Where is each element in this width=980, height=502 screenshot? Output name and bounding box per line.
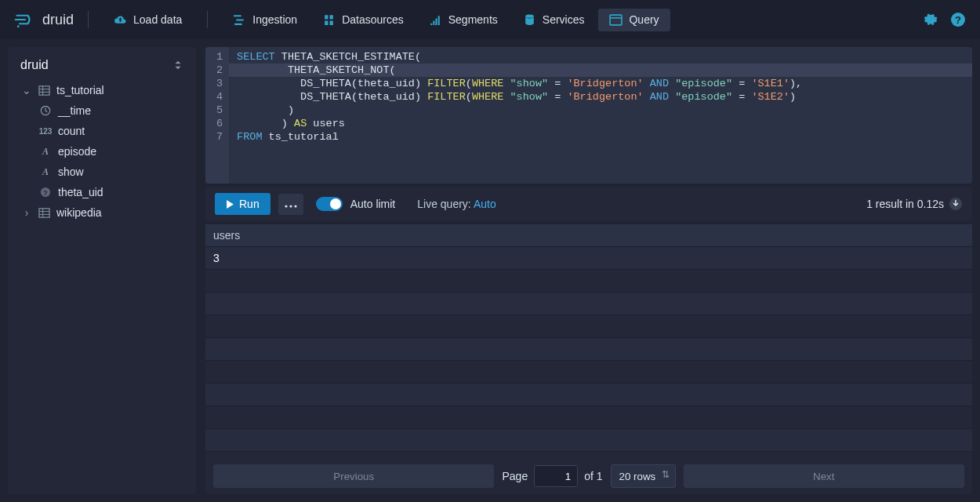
application-icon	[609, 13, 622, 27]
table-cell: 3	[205, 252, 227, 264]
auto-limit-label: Auto limit	[350, 198, 396, 210]
results-panel: users3 Previous Page of 1 20 rows Next	[205, 224, 972, 494]
database-icon	[523, 13, 536, 27]
column-label: episode	[58, 145, 96, 158]
tree-label: wikipedia	[56, 206, 102, 219]
svg-point-2	[525, 14, 534, 17]
table-icon	[38, 207, 50, 219]
pager: Previous Page of 1 20 rows Next	[205, 458, 972, 494]
column-label: count	[58, 125, 85, 137]
svg-text:?: ?	[43, 189, 47, 197]
clock-icon	[39, 105, 52, 116]
logo[interactable]: druid	[14, 9, 74, 31]
nav-query[interactable]: Query	[598, 9, 670, 31]
help-icon[interactable]: ?	[950, 12, 966, 27]
nav-label: Query	[629, 13, 659, 26]
tree-column[interactable]: __time	[33, 100, 191, 121]
previous-button[interactable]: Previous	[213, 464, 494, 488]
svg-rect-3	[611, 15, 622, 25]
nav-ingestion[interactable]: Ingestion	[222, 9, 308, 31]
live-query-value[interactable]: Auto	[474, 198, 496, 210]
tree-label: ts_tutorial	[56, 84, 104, 96]
empty-row	[205, 338, 972, 361]
download-icon[interactable]	[949, 197, 963, 211]
svg-rect-14	[38, 208, 49, 216]
cloud-upload-icon	[114, 13, 127, 27]
sort-icon[interactable]	[172, 60, 183, 71]
rows-select[interactable]: 20 rows	[611, 464, 676, 488]
more-icon	[285, 205, 297, 208]
svg-rect-7	[38, 85, 49, 94]
more-button[interactable]	[278, 194, 303, 215]
empty-row	[205, 429, 972, 452]
druid-logo-icon	[14, 9, 36, 31]
page-of: of 1	[584, 470, 602, 482]
nav-load-data[interactable]: Load data	[103, 9, 193, 31]
multi-db-icon	[322, 13, 336, 27]
nav-label: Services	[543, 13, 585, 26]
svg-point-1	[17, 25, 20, 27]
column-label: theta_uid	[58, 186, 103, 198]
next-button[interactable]: Next	[684, 464, 964, 488]
alpha-icon: A	[39, 146, 52, 158]
nav-label: Datasources	[342, 13, 404, 26]
nav-label: Load data	[133, 13, 182, 26]
logo-text: druid	[42, 12, 74, 28]
stacked-chart-icon	[429, 13, 442, 27]
empty-row	[205, 384, 972, 406]
schema-tree: ⌄ts_tutorial__time123countAepisodeAshow?…	[13, 80, 191, 223]
tree-column[interactable]: Ashow	[33, 162, 191, 182]
play-icon	[226, 200, 234, 209]
unknown-icon: ?	[39, 187, 52, 198]
run-label: Run	[239, 198, 260, 210]
empty-row	[205, 270, 972, 293]
nav-datasources[interactable]: Datasources	[311, 9, 415, 31]
tree-node[interactable]: ›wikipedia	[16, 202, 191, 223]
svg-text:?: ?	[955, 14, 961, 26]
table-icon	[38, 85, 50, 96]
schema-sidebar: druid ⌄ts_tutorial__time123countAepisode…	[8, 47, 196, 494]
table-row[interactable]: 3	[205, 247, 972, 270]
page-label: Page	[502, 470, 528, 482]
empty-row	[205, 406, 972, 429]
num-icon: 123	[39, 127, 52, 136]
nav-services[interactable]: Services	[512, 9, 596, 31]
sidebar-title: druid	[20, 58, 49, 72]
gear-icon[interactable]	[922, 12, 938, 27]
nav-label: Ingestion	[252, 13, 297, 26]
column-label: __time	[58, 104, 91, 117]
results-table: users3	[205, 224, 972, 458]
empty-row	[205, 361, 972, 384]
live-query-label: Live query: Auto	[417, 198, 495, 210]
nav-segments[interactable]: Segments	[418, 9, 509, 31]
alpha-icon: A	[39, 166, 52, 178]
tree-column[interactable]: 123count	[33, 121, 191, 141]
run-button[interactable]: Run	[215, 193, 270, 215]
editor-gutter: 1234567	[205, 47, 229, 184]
column-label: show	[58, 166, 84, 178]
sql-editor[interactable]: 1234567 SELECT THETA_SKETCH_ESTIMATE( TH…	[205, 47, 972, 184]
tree-column[interactable]: ?theta_uid	[33, 182, 191, 202]
app-header: druid Load data Ingestion Datasources Se…	[0, 0, 980, 39]
run-bar: Run Auto limit Live query: Auto 1 result…	[205, 187, 972, 221]
editor-code[interactable]: SELECT THETA_SKETCH_ESTIMATE( THETA_SKET…	[229, 47, 972, 184]
svg-point-20	[294, 205, 296, 207]
result-meta: 1 result in 0.12s	[866, 197, 963, 211]
tree-node[interactable]: ⌄ts_tutorial	[16, 80, 191, 100]
column-header[interactable]: users	[205, 229, 248, 242]
empty-row	[205, 315, 972, 338]
auto-limit-toggle[interactable]	[316, 197, 343, 211]
gantt-icon	[233, 13, 246, 27]
divider	[88, 11, 89, 28]
svg-point-18	[285, 205, 287, 207]
empty-row	[205, 293, 972, 315]
svg-point-19	[289, 205, 292, 207]
table-header-row: users	[205, 224, 972, 247]
divider	[207, 11, 208, 28]
nav-label: Segments	[448, 13, 498, 26]
chevron-down-icon: ⌄	[22, 84, 31, 96]
page-input[interactable]	[534, 465, 578, 487]
tree-column[interactable]: Aepisode	[33, 141, 191, 162]
chevron-right-icon: ›	[22, 206, 31, 219]
